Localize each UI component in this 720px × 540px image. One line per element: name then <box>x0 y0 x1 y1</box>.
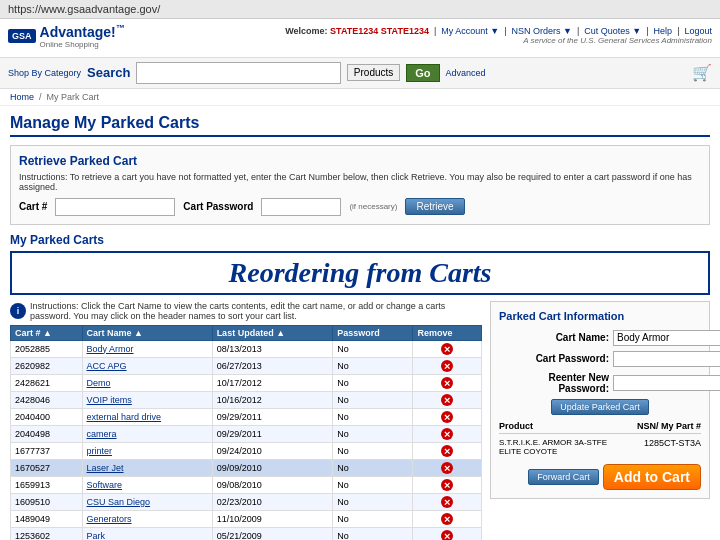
breadcrumb-current: My Park Cart <box>47 92 100 102</box>
retrieve-parked-cart-section: Retrieve Parked Cart Instructions: To re… <box>10 145 710 225</box>
cart-id-cell: 1489049 <box>11 510 83 527</box>
parked-instructions-row: i Instructions: Click the Cart Name to v… <box>10 301 482 321</box>
cart-remove-cell: × <box>413 340 482 357</box>
remove-cart-button[interactable]: × <box>441 445 453 457</box>
cart-password-cell: No <box>333 374 413 391</box>
cart-name-link[interactable]: Park <box>87 531 106 540</box>
col-last-updated[interactable]: Last Updated ▲ <box>212 325 333 340</box>
table-row[interactable]: 2040400external hard drive09/29/2011No× <box>11 408 482 425</box>
table-row[interactable]: 1609510CSU San Diego02/23/2010No× <box>11 493 482 510</box>
info-icon: i <box>10 303 26 319</box>
remove-cart-button[interactable]: × <box>441 513 453 525</box>
cart-name-link[interactable]: external hard drive <box>87 412 162 422</box>
nav-logout[interactable]: Logout <box>684 26 712 36</box>
cart-id-cell: 2620982 <box>11 357 83 374</box>
cart-password-cell: No <box>333 476 413 493</box>
advantage-logo: Advantage!™ <box>40 24 125 40</box>
remove-cart-button[interactable]: × <box>441 479 453 491</box>
table-row[interactable]: 2052885Body Armor08/13/2013No× <box>11 340 482 357</box>
retrieve-section-title: Retrieve Parked Cart <box>19 154 701 168</box>
cart-name-row: Cart Name: <box>499 330 701 346</box>
search-label: Search <box>87 65 130 80</box>
nav-cut-quotes[interactable]: Cut Quotes ▼ <box>584 26 641 36</box>
shop-by-category[interactable]: Shop By Category <box>8 68 81 78</box>
table-row[interactable]: 1659913Software09/08/2010No× <box>11 476 482 493</box>
add-to-cart-button[interactable]: Add to Cart <box>603 464 701 490</box>
cart-name-link[interactable]: ACC APG <box>87 361 127 371</box>
col-cart-num[interactable]: Cart # ▲ <box>11 325 83 340</box>
cart-password-label: Cart Password <box>183 201 253 212</box>
cart-password-right-label: Cart Password: <box>499 353 609 364</box>
forward-cart-button[interactable]: Forward Cart <box>528 469 599 485</box>
go-button[interactable]: Go <box>406 64 439 82</box>
breadcrumb-home[interactable]: Home <box>10 92 34 102</box>
update-parked-cart-button[interactable]: Update Parked Cart <box>551 399 649 415</box>
table-row[interactable]: 1670527Laser Jet09/09/2010No× <box>11 459 482 476</box>
cart-name-link[interactable]: printer <box>87 446 113 456</box>
col-cart-name[interactable]: Cart Name ▲ <box>82 325 212 340</box>
table-row[interactable]: 2428621Demo10/17/2012No× <box>11 374 482 391</box>
bottom-buttons: Forward Cart Add to Cart <box>499 464 701 490</box>
cart-id-cell: 1609510 <box>11 493 83 510</box>
cart-remove-cell: × <box>413 527 482 540</box>
cart-password-cell: No <box>333 527 413 540</box>
remove-cart-button[interactable]: × <box>441 394 453 406</box>
retrieve-instructions: Instructions: To retrieve a cart you hav… <box>19 172 701 192</box>
nav-my-account[interactable]: My Account ▼ <box>441 26 499 36</box>
cart-name-link[interactable]: Software <box>87 480 123 490</box>
remove-cart-button[interactable]: × <box>441 530 453 540</box>
cart-password-cell: No <box>333 425 413 442</box>
cart-password-input[interactable] <box>261 198 341 216</box>
cart-remove-cell: × <box>413 442 482 459</box>
cart-password-cell: No <box>333 408 413 425</box>
header-top: GSA Advantage!™ Online Shopping Welcome:… <box>8 23 712 49</box>
col-password[interactable]: Password <box>333 325 413 340</box>
cart-name-link[interactable]: camera <box>87 429 117 439</box>
cart-name-cell: CSU San Diego <box>82 493 212 510</box>
cart-name-field[interactable] <box>613 330 720 346</box>
table-row[interactable]: 2428046VOIP items10/16/2012No× <box>11 391 482 408</box>
cart-num-input[interactable] <box>55 198 175 216</box>
logo-text-area: Advantage!™ Online Shopping <box>40 23 125 49</box>
nsn-col-header: NSN/ My Part # <box>637 421 701 431</box>
table-row[interactable]: 2040498camera09/29/2011No× <box>11 425 482 442</box>
search-input[interactable] <box>136 62 340 84</box>
cart-remove-cell: × <box>413 459 482 476</box>
remove-cart-button[interactable]: × <box>441 343 453 355</box>
advanced-search-link[interactable]: Advanced <box>446 68 486 78</box>
table-row[interactable]: 1253602Park05/21/2009No× <box>11 527 482 540</box>
col-remove: Remove <box>413 325 482 340</box>
cart-name-link[interactable]: Generators <box>87 514 132 524</box>
main-content: Manage My Parked Carts Retrieve Parked C… <box>0 106 720 540</box>
cart-name-link[interactable]: Laser Jet <box>87 463 124 473</box>
cart-name-link[interactable]: Demo <box>87 378 111 388</box>
cart-id-cell: 1659913 <box>11 476 83 493</box>
table-row[interactable]: 1677737printer09/24/2010No× <box>11 442 482 459</box>
cart-name-cell: external hard drive <box>82 408 212 425</box>
remove-cart-button[interactable]: × <box>441 411 453 423</box>
cart-password-cell: No <box>333 442 413 459</box>
cart-id-cell: 2052885 <box>11 340 83 357</box>
products-dropdown-button[interactable]: Products <box>347 64 400 81</box>
cart-name-link[interactable]: CSU San Diego <box>87 497 151 507</box>
header-nav: Welcome: STATE1234 STATE1234 | My Accoun… <box>285 26 712 36</box>
remove-cart-button[interactable]: × <box>441 428 453 440</box>
retrieve-button[interactable]: Retrieve <box>405 198 464 215</box>
cart-name-cell: Park <box>82 527 212 540</box>
cart-name-cell: ACC APG <box>82 357 212 374</box>
remove-cart-button[interactable]: × <box>441 360 453 372</box>
cart-name-link[interactable]: Body Armor <box>87 344 134 354</box>
state-user-link[interactable]: STATE1234 STATE1234 <box>330 26 429 36</box>
table-row[interactable]: 2620982ACC APG06/27/2013No× <box>11 357 482 374</box>
remove-cart-button[interactable]: × <box>441 462 453 474</box>
reenter-password-field[interactable] <box>613 375 720 391</box>
remove-cart-button[interactable]: × <box>441 496 453 508</box>
nav-help[interactable]: Help <box>654 26 673 36</box>
nav-nsn-orders[interactable]: NSN Orders ▼ <box>512 26 572 36</box>
shopping-cart-icon[interactable]: 🛒 <box>692 63 712 82</box>
cart-updated-cell: 06/27/2013 <box>212 357 333 374</box>
table-row[interactable]: 1489049Generators11/10/2009No× <box>11 510 482 527</box>
cart-name-link[interactable]: VOIP items <box>87 395 132 405</box>
remove-cart-button[interactable]: × <box>441 377 453 389</box>
cart-password-right-field[interactable] <box>613 351 720 367</box>
